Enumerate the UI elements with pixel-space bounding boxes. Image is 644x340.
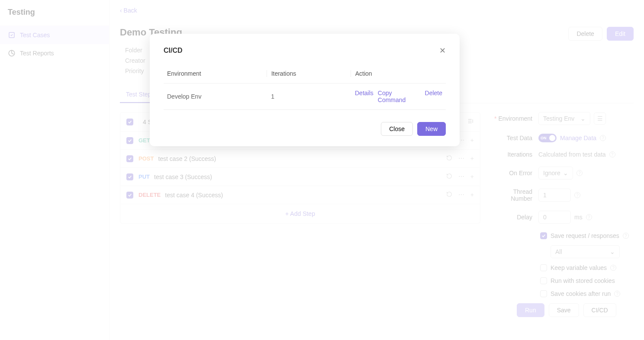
row-env: Develop Env: [167, 93, 267, 100]
th-action: Action: [351, 70, 442, 77]
close-icon[interactable]: ✕: [439, 46, 446, 55]
table-row: Develop Env 1 Details Copy Command Delet…: [164, 83, 446, 110]
row-iterations: 1: [267, 93, 351, 100]
delete-link[interactable]: Delete: [425, 90, 442, 103]
details-link[interactable]: Details: [355, 90, 374, 103]
th-iterations: Iterations: [267, 70, 351, 77]
th-environment: Environment: [167, 70, 267, 77]
modal-title: CI/CD: [164, 47, 183, 55]
cicd-modal: CI/CD ✕ Environment Iterations Action De…: [150, 34, 460, 146]
new-button[interactable]: New: [417, 122, 446, 136]
close-button[interactable]: Close: [381, 122, 413, 136]
copy-command-link[interactable]: Copy Command: [378, 90, 421, 103]
